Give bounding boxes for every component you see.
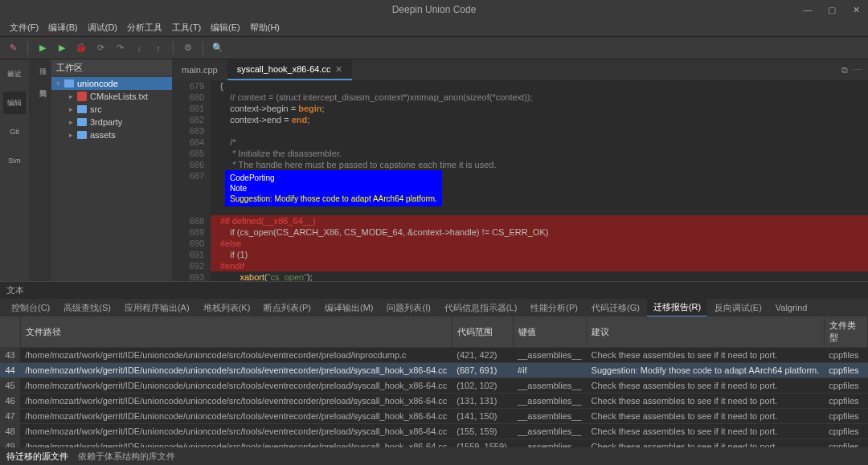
close-button[interactable]: ✕ <box>844 0 868 19</box>
bottom-tab[interactable]: 问题列表(I) <box>380 300 436 316</box>
bottom-tab[interactable]: 应用程序输出(A) <box>118 300 196 316</box>
step-over-icon[interactable]: ↷ <box>112 40 128 56</box>
bug-icon[interactable]: 🐞 <box>73 40 89 56</box>
tree-node[interactable]: ▸3rdparty <box>51 116 172 128</box>
table-row[interactable]: 45/home/mozart/work/gerrit/IDE/unioncode… <box>0 378 868 394</box>
split-icon[interactable]: ⧉ <box>841 65 848 75</box>
sidebar-header: 工作区 <box>51 59 172 75</box>
titlebar: Deepin Union Code — ▢ ✕ <box>0 0 868 19</box>
maximize-button[interactable]: ▢ <box>820 0 844 19</box>
sec-browse[interactable]: 浏览资料 <box>32 84 48 100</box>
table-row[interactable]: 43/home/mozart/work/gerrit/IDE/unioncode… <box>0 348 868 363</box>
bottom-tabs: 控制台(C)高级查找(S)应用程序输出(A)堆栈列表(K)断点列表(P)编译输出… <box>0 299 868 316</box>
menu-help[interactable]: 帮助(H) <box>245 22 285 34</box>
menu-build[interactable]: 编译(B) <box>43 22 83 34</box>
bottom-tab[interactable]: 编译输出(M) <box>318 300 380 316</box>
minimize-button[interactable]: — <box>796 0 820 19</box>
code-line[interactable]: /* <box>211 137 868 148</box>
table-row[interactable]: 46/home/mozart/work/gerrit/IDE/unioncode… <box>0 394 868 409</box>
activity-git[interactable]: Git <box>3 120 26 143</box>
table-header[interactable]: 代码范围 <box>452 316 513 348</box>
code-line[interactable]: xabort("cs_open"); <box>211 271 868 281</box>
tree-node[interactable]: ▸src <box>51 103 172 116</box>
bottom-tab[interactable]: 断点列表(P) <box>257 300 317 316</box>
menu-analyze[interactable]: 分析工具 <box>122 22 167 34</box>
table-row[interactable]: 47/home/mozart/work/gerrit/IDE/unioncode… <box>0 409 868 424</box>
code-line[interactable]: #else <box>211 238 868 249</box>
bottom-tab[interactable]: 代码迁移(G) <box>585 300 646 316</box>
menu-tools[interactable]: 工具(T) <box>167 22 206 34</box>
bottom-tab[interactable]: 迁移报告(R) <box>647 299 707 317</box>
tree-node[interactable]: ▸assets <box>51 128 172 141</box>
code-line[interactable]: { <box>211 80 868 92</box>
code-line[interactable]: context->end = end; <box>211 114 868 125</box>
footer-tabs: 待迁移的源文件 依赖于体系结构的库文件 <box>0 447 868 465</box>
table-row[interactable]: 44/home/mozart/work/gerrit/IDE/unioncode… <box>0 363 868 378</box>
bottom-tab[interactable]: 性能分析(P) <box>524 300 584 316</box>
table-row[interactable]: 48/home/mozart/work/gerrit/IDE/unioncode… <box>0 424 868 439</box>
search-icon[interactable]: 🔍 <box>210 40 226 56</box>
bottom-tab[interactable]: 控制台(C) <box>5 300 56 316</box>
bottom-tab[interactable]: 高级查找(S) <box>57 300 117 316</box>
code-line[interactable]: #endif <box>211 260 868 271</box>
menu-edit[interactable]: 编辑(E) <box>206 22 245 34</box>
activity-recent[interactable]: 最近 <box>3 63 26 85</box>
table-row[interactable]: 49/home/mozart/work/gerrit/IDE/unioncode… <box>0 439 868 448</box>
editor-area: main.cppsyscall_hook_x86-64.cc✕ ⧉ ⋯ 6796… <box>172 59 868 281</box>
report-table: 文件路径代码范围键值建议文件类型 43/home/mozart/work/ger… <box>0 316 868 447</box>
run-icon[interactable]: ▶ <box>35 40 51 56</box>
code-line[interactable]: * Initialize the disassembler. <box>211 148 868 159</box>
sidebar: 工作区 ▾unioncode▸CMakeLists.txt▸src▸3rdpar… <box>51 59 172 281</box>
menu-debug[interactable]: 调试(D) <box>83 22 122 34</box>
code-line[interactable]: * The handle here must be passed to caps… <box>211 159 868 170</box>
tree-node[interactable]: ▾unioncode <box>51 77 172 90</box>
file-tree: ▾unioncode▸CMakeLists.txt▸src▸3rdparty▸a… <box>51 75 172 281</box>
window-title: Deepin Union Code <box>392 4 477 15</box>
code-line[interactable] <box>211 125 868 137</box>
report-table-area[interactable]: 文件路径代码范围键值建议文件类型 43/home/mozart/work/ger… <box>0 316 868 447</box>
code-area[interactable]: 6796806816826836846856866876886896906916… <box>172 80 868 281</box>
editor-tab[interactable]: main.cpp <box>172 59 227 80</box>
suggestion-popup: CodePorting Note Suggestion: Modify thos… <box>225 170 442 206</box>
code-line[interactable]: if (1) <box>211 249 868 260</box>
bottom-tab[interactable]: Valgrind <box>769 300 814 315</box>
menu-icon[interactable]: ⋯ <box>853 65 862 75</box>
code-content[interactable]: CodePorting Note Suggestion: Modify thos… <box>211 80 868 281</box>
footer-tab-source[interactable]: 待迁移的源文件 <box>6 451 68 463</box>
menu-file[interactable]: 文件(F) <box>5 22 43 34</box>
table-header[interactable] <box>0 316 20 348</box>
bottom-tab[interactable]: 反向调试(E) <box>708 300 768 316</box>
tab-bar-right: ⧉ ⋯ <box>841 65 868 75</box>
activity-svn[interactable]: Svn <box>3 149 26 172</box>
menubar: 文件(F) 编译(B) 调试(D) 分析工具 工具(T) 编辑(E) 帮助(H) <box>0 19 868 37</box>
main-area: 最近 编辑 Git Svn 项目 浏览资料 工作区 ▾unioncode▸CMa… <box>0 59 868 281</box>
tab-bar: main.cppsyscall_hook_x86-64.cc✕ ⧉ ⋯ <box>172 59 868 80</box>
bottom-tab[interactable]: 代码信息指示器(L) <box>438 300 523 316</box>
code-line[interactable]: if (cs_open(CS_ARCH_X86, CS_MODE_64, &co… <box>211 226 868 238</box>
tab-close-icon[interactable]: ✕ <box>335 64 342 75</box>
settings-icon[interactable]: ⚙ <box>180 40 196 56</box>
table-header[interactable]: 建议 <box>587 316 825 348</box>
step-out-icon[interactable]: ↑ <box>150 40 166 56</box>
table-header[interactable]: 文件类型 <box>824 316 867 348</box>
run-debug-icon[interactable]: ▶ <box>54 40 70 56</box>
tree-node[interactable]: ▸CMakeLists.txt <box>51 90 172 103</box>
edit-icon[interactable]: ✎ <box>5 40 21 56</box>
activity-edit[interactable]: 编辑 <box>3 92 26 114</box>
bottom-label: 文本 <box>0 282 868 299</box>
sec-project[interactable]: 项目 <box>32 63 48 79</box>
activity-bar: 最近 编辑 Git Svn <box>0 59 29 281</box>
step-into-icon[interactable]: ↓ <box>131 40 147 56</box>
editor-tab[interactable]: syscall_hook_x86-64.cc✕ <box>227 59 353 80</box>
code-line[interactable]: #if defined(__x86_64__) <box>211 215 868 226</box>
code-line[interactable]: context->begin = begin; <box>211 103 868 114</box>
table-header[interactable]: 文件路径 <box>20 316 452 348</box>
table-header[interactable]: 键值 <box>513 316 587 348</box>
bottom-tab[interactable]: 堆栈列表(K) <box>197 300 257 316</box>
bottom-panel: 文本 控制台(C)高级查找(S)应用程序输出(A)堆栈列表(K)断点列表(P)编… <box>0 281 868 465</box>
footer-tab-lib[interactable]: 依赖于体系结构的库文件 <box>78 451 175 463</box>
step-icon[interactable]: ⟳ <box>92 40 108 56</box>
separator <box>173 42 174 55</box>
code-line[interactable]: // context = (struct intercept_disasm_co… <box>211 92 868 103</box>
separator <box>27 42 28 55</box>
